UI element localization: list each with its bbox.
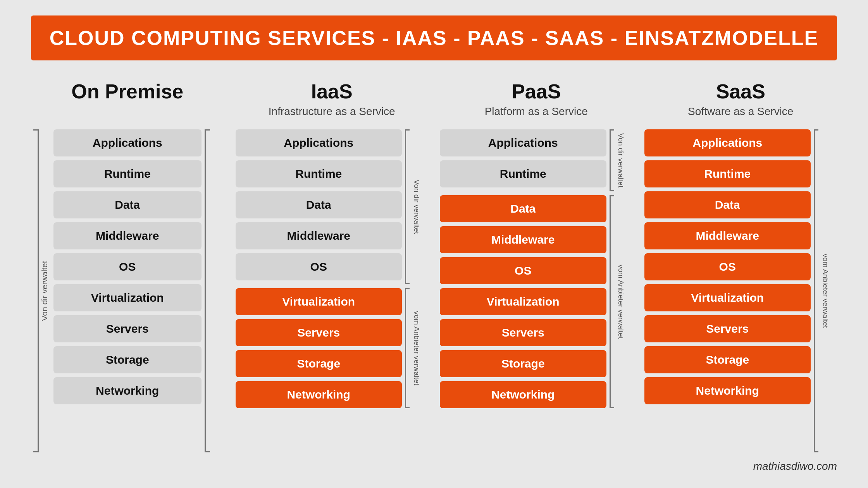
columns-container: On Premise x Von dir verwaltet Applicati… bbox=[31, 80, 837, 452]
list-item: Storage bbox=[236, 350, 402, 377]
list-item: Middleware bbox=[53, 222, 202, 249]
iaas-user-label: Von dir verwaltet bbox=[412, 180, 421, 234]
list-item: Runtime bbox=[53, 160, 202, 187]
list-item: Middleware bbox=[236, 222, 402, 249]
column-on-premise: On Premise x Von dir verwaltet Applicati… bbox=[31, 80, 224, 452]
list-item: Applications bbox=[644, 129, 811, 156]
list-item: Virtualization bbox=[644, 284, 811, 311]
list-item: Networking bbox=[53, 377, 202, 404]
on-premise-title: On Premise bbox=[71, 80, 183, 103]
list-item: Virtualization bbox=[440, 288, 606, 315]
column-paas: PaaS Platform as a Service Applications … bbox=[440, 80, 633, 452]
list-item: Networking bbox=[644, 377, 811, 404]
iaas-provider-label: vom Anbieter verwaltet bbox=[412, 311, 421, 385]
list-item: Servers bbox=[236, 319, 402, 346]
list-item: Data bbox=[53, 191, 202, 218]
list-item: Storage bbox=[440, 350, 606, 377]
list-item: Applications bbox=[53, 129, 202, 156]
paas-provider-label: vom Anbieter verwaltet bbox=[617, 265, 625, 339]
on-premise-stack: Applications Runtime Data Middleware OS … bbox=[53, 129, 202, 452]
header-banner: CLOUD COMPUTING SERVICES - IAAS - PAAS -… bbox=[31, 15, 837, 60]
saas-provider-label: vom Anbieter verwaltet bbox=[821, 254, 830, 328]
on-premise-left-label: Von dir verwaltet bbox=[40, 261, 49, 321]
list-item: Networking bbox=[440, 381, 606, 408]
list-item: Middleware bbox=[644, 222, 811, 249]
list-item: OS bbox=[644, 253, 811, 280]
saas-title: SaaS bbox=[716, 80, 765, 103]
list-item: Storage bbox=[53, 346, 202, 373]
iaas-title: IaaS bbox=[311, 80, 353, 103]
paas-user-label: Von dir verwaltet bbox=[617, 133, 625, 187]
list-item: Servers bbox=[440, 319, 606, 346]
footer-text: mathiasdiwo.com bbox=[753, 460, 837, 472]
footer: mathiasdiwo.com bbox=[31, 460, 837, 473]
paas-title: PaaS bbox=[512, 80, 561, 103]
list-item: Applications bbox=[236, 129, 402, 156]
list-item: OS bbox=[53, 253, 202, 280]
header-title: CLOUD COMPUTING SERVICES - IAAS - PAAS -… bbox=[46, 26, 822, 50]
list-item: Runtime bbox=[440, 160, 606, 187]
list-item: Data bbox=[236, 191, 402, 218]
list-item: Virtualization bbox=[236, 288, 402, 315]
list-item: Data bbox=[440, 195, 606, 222]
list-item: Data bbox=[644, 191, 811, 218]
list-item: Servers bbox=[644, 315, 811, 342]
list-item: Storage bbox=[644, 346, 811, 373]
column-iaas: IaaS Infrastructure as a Service Applica… bbox=[236, 80, 429, 452]
list-item: Virtualization bbox=[53, 284, 202, 311]
list-item: Runtime bbox=[644, 160, 811, 187]
list-item: Runtime bbox=[236, 160, 402, 187]
list-item: OS bbox=[236, 253, 402, 280]
list-item: Networking bbox=[236, 381, 402, 408]
column-saas: SaaS Software as a Service Applications … bbox=[644, 80, 837, 452]
list-item: OS bbox=[440, 257, 606, 284]
list-item: Applications bbox=[440, 129, 606, 156]
iaas-subtitle: Infrastructure as a Service bbox=[269, 105, 395, 118]
list-item: Servers bbox=[53, 315, 202, 342]
paas-subtitle: Platform as a Service bbox=[485, 105, 588, 118]
list-item: Middleware bbox=[440, 226, 606, 253]
saas-subtitle: Software as a Service bbox=[688, 105, 793, 118]
